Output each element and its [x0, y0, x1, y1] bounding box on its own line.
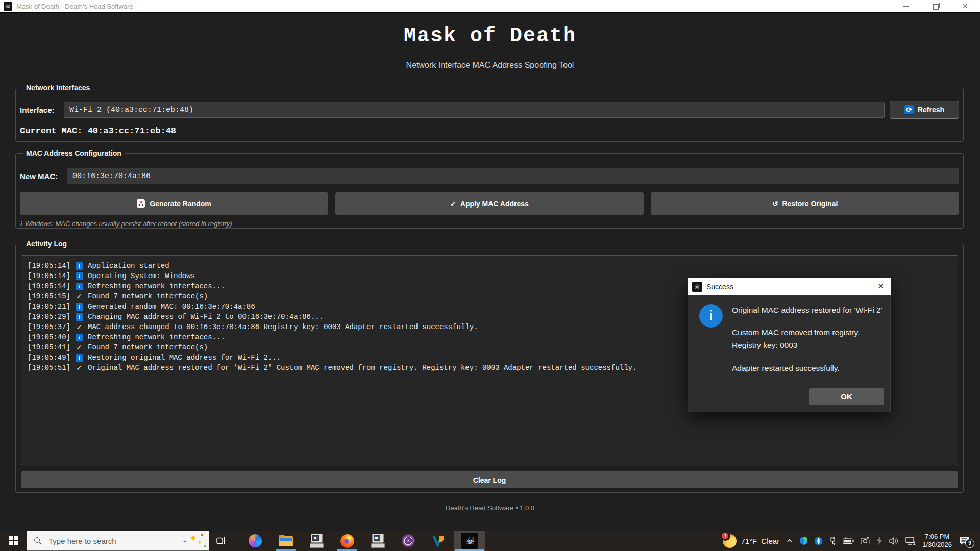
- mac-config-legend: MAC Address Configuration: [23, 149, 125, 157]
- taskbar-app-vb-audio[interactable]: [424, 531, 454, 551]
- taskbar-app-file-explorer[interactable]: [271, 531, 301, 551]
- tray-chevron-up-icon[interactable]: [786, 537, 793, 544]
- log-info-icon: i: [76, 262, 83, 270]
- window-controls: ✕: [891, 0, 980, 12]
- refresh-icon: ⟳: [904, 105, 914, 114]
- log-entry: [19:05:14]iApplication started: [28, 261, 951, 271]
- volume-icon[interactable]: [889, 537, 899, 545]
- log-timestamp: [19:05:51]: [28, 364, 70, 372]
- refresh-label: Refresh: [918, 106, 944, 114]
- taskbar-app-remote-desktop-2[interactable]: [362, 531, 393, 551]
- log-timestamp: [19:05:14]: [28, 262, 70, 270]
- check-icon: ✓: [450, 199, 456, 208]
- taskbar-app-remote-desktop-1[interactable]: [301, 531, 332, 551]
- network-interfaces-group: Network Interfaces Interface: Wi-Fi 2 (4…: [15, 88, 964, 142]
- log-info-icon: i: [76, 283, 83, 290]
- restore-original-label: Restore Original: [782, 199, 838, 208]
- task-view-icon: [216, 537, 226, 545]
- windows-logo-icon: [9, 536, 18, 545]
- task-view-button[interactable]: [209, 531, 233, 551]
- usb-icon[interactable]: [829, 537, 836, 545]
- log-timestamp: [19:05:14]: [28, 272, 70, 280]
- generate-random-button[interactable]: Generate Random: [20, 192, 328, 215]
- taskbar-search[interactable]: ✦✦✦: [27, 531, 209, 551]
- log-text: Found 7 network interface(s): [88, 343, 208, 352]
- apply-mac-button[interactable]: ✓ Apply MAC Address: [335, 192, 644, 215]
- system-tray: 1 71°F Clear: [723, 531, 975, 551]
- copilot-icon: [249, 534, 262, 547]
- activity-log-legend: Activity Log: [23, 240, 70, 248]
- remote-desktop-2-icon: [371, 534, 385, 548]
- dialog-close-button[interactable]: ✕: [877, 282, 884, 291]
- mac-config-group: MAC Address Configuration New MAC: Gener…: [15, 153, 964, 229]
- log-text: Refreshing network interfaces...: [88, 282, 225, 290]
- footer-text: Death's Head Software • 1.0.0: [0, 504, 980, 512]
- dialog-message-line: Registry key: 0003: [732, 340, 883, 350]
- firefox-icon: [340, 534, 354, 548]
- restore-button[interactable]: [921, 0, 950, 12]
- dialog-message: Original MAC address restored for 'Wi-Fi…: [732, 305, 883, 373]
- weather-badge: 1: [722, 533, 728, 539]
- page-title: Mask of Death: [0, 24, 980, 47]
- log-text: Restoring original MAC address for Wi-Fi…: [88, 354, 281, 362]
- dialog-message-line: Custom MAC removed from registry.: [732, 328, 883, 338]
- weather-widget[interactable]: 1 71°F Clear: [723, 534, 779, 548]
- log-success-icon: ✓: [75, 343, 83, 352]
- dialog-ok-button[interactable]: OK: [809, 388, 884, 405]
- refresh-button[interactable]: ⟳ Refresh: [890, 101, 959, 119]
- log-info-icon: i: [76, 272, 83, 280]
- log-info-icon: i: [76, 354, 83, 362]
- current-mac: Current MAC: 40:a3:cc:71:eb:48: [20, 126, 959, 136]
- registry-note-text: Windows: MAC changes usually persist aft…: [25, 220, 232, 228]
- info-icon: i: [20, 220, 22, 228]
- taskbar-app-tor-browser[interactable]: [393, 531, 424, 551]
- dialog-skull-icon: ☠: [692, 282, 702, 292]
- taskbar-apps: ☠: [240, 531, 485, 551]
- search-icon: [34, 537, 42, 545]
- log-text: Generated random MAC: 00:16:3e:70:4a:86: [88, 303, 255, 311]
- log-text: MAC address changed to 00:16:3e:70:4a:86…: [88, 323, 478, 331]
- security-shield-icon[interactable]: [800, 537, 807, 545]
- vb-audio-icon: [432, 535, 446, 547]
- power-bolt-icon[interactable]: [876, 537, 883, 545]
- taskbar-app-firefox[interactable]: [332, 531, 362, 551]
- start-button[interactable]: [0, 531, 27, 551]
- log-info-icon: i: [76, 303, 83, 311]
- new-mac-input[interactable]: [67, 168, 959, 184]
- dialog-info-icon: i: [699, 304, 723, 328]
- log-text: Refreshing network interfaces...: [88, 333, 225, 341]
- taskbar-app-copilot[interactable]: [240, 531, 271, 551]
- current-mac-value: 40:a3:cc:71:eb:48: [88, 126, 176, 136]
- search-input[interactable]: [47, 536, 182, 546]
- log-timestamp: [19:05:15]: [28, 292, 70, 300]
- log-success-icon: ✓: [75, 292, 83, 300]
- file-explorer-icon: [279, 535, 293, 546]
- weather-condition: Clear: [761, 537, 779, 545]
- page-subtitle: Network Interface MAC Address Spoofing T…: [0, 61, 980, 70]
- screen: ☠ Mask of Death - Death's Head Software …: [0, 0, 980, 551]
- notification-count-badge: 9: [965, 539, 974, 548]
- clock-date: 1/30/2026: [922, 541, 952, 549]
- interface-select[interactable]: Wi-Fi 2 (40:a3:cc:71:eb:48): [64, 102, 885, 118]
- log-text: Found 7 network interface(s): [88, 292, 208, 300]
- log-success-icon: ✓: [75, 364, 83, 372]
- camera-device-icon[interactable]: [861, 537, 870, 545]
- copilot-sparkles-icon: ✦✦✦: [182, 532, 207, 549]
- log-timestamp: [19:05:37]: [28, 323, 70, 331]
- dialog-message-line: Adapter restarted successfully.: [732, 363, 883, 373]
- action-center-button[interactable]: 9: [959, 536, 970, 546]
- taskbar-clock[interactable]: 7:06 PM 1/30/2026: [922, 533, 952, 549]
- bluetooth-icon[interactable]: [814, 537, 823, 545]
- clear-log-button[interactable]: Clear Log: [21, 471, 958, 488]
- minimize-button[interactable]: [891, 0, 921, 12]
- battery-icon[interactable]: [843, 537, 854, 544]
- window-titlebar: ☠ Mask of Death - Death's Head Software …: [0, 0, 980, 13]
- close-icon: ✕: [962, 3, 968, 10]
- new-mac-label: New MAC:: [20, 172, 67, 181]
- dialog-message-line: Original MAC address restored for 'Wi-Fi…: [732, 305, 883, 315]
- restore-original-button[interactable]: ↺ Restore Original: [651, 192, 959, 215]
- taskbar-app-mask-of-death[interactable]: ☠: [454, 531, 485, 551]
- close-button[interactable]: ✕: [950, 0, 980, 12]
- network-icon[interactable]: [905, 537, 916, 545]
- clock-time: 7:06 PM: [922, 533, 952, 541]
